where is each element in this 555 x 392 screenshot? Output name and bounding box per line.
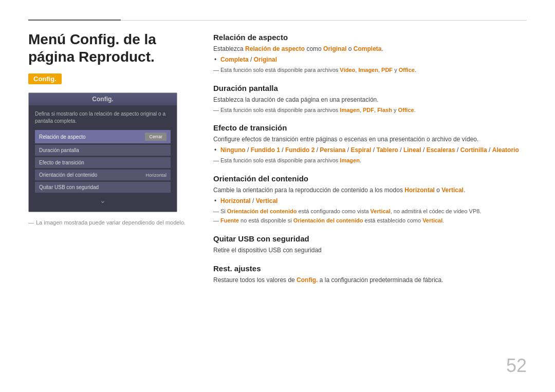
section-title-efecto: Efecto de transición (213, 123, 527, 132)
screenshot-menu-item-3: Efecto de transición (35, 157, 171, 168)
section-text-quitar-1: Retire el dispositivo USB con seguridad (213, 246, 527, 255)
footnote-text: La imagen mostrada puede variar dependie… (36, 219, 186, 226)
screenshot-item-extra-4: Horizontal (145, 173, 166, 178)
section-text-duracion-1: Establezca la duración de cada página en… (213, 95, 527, 104)
screenshot-titlebar: Config. (29, 93, 177, 105)
section-title-rest: Rest. ajustes (213, 264, 527, 273)
note-orientacion-1: Si Orientación del contenido está config… (213, 207, 527, 216)
section-title-orientacion: Orientación del contenido (213, 174, 527, 183)
note-relacion-1: Esta función solo está disponible para a… (213, 66, 527, 74)
screenshot-menu-item-1: Relación de aspecto Cerrar (35, 130, 171, 143)
screenshot-chevron: ⌄ (35, 194, 171, 207)
section-title-duracion: Duración pantalla (213, 84, 527, 92)
section-quitar: Quitar USB con seguridad Retire el dispo… (213, 234, 527, 255)
section-title-quitar: Quitar USB con seguridad (213, 234, 527, 243)
section-text-efecto-1: Configure efectos de transición entre pá… (213, 135, 527, 144)
screenshot-item-label-3: Efecto de transición (39, 160, 84, 165)
config-badge: Config. (28, 73, 62, 84)
screenshot-btn: Cerrar (145, 133, 166, 141)
footnote-dash: ― (28, 219, 34, 226)
section-orientacion: Orientación del contenido Cambie la orie… (213, 174, 527, 225)
section-relacion: Relación de aspecto Establezca Relación … (213, 33, 527, 74)
top-decorative-line (28, 20, 527, 21)
section-text-relacion-1: Establezca Relación de aspecto como Orig… (213, 44, 527, 53)
section-efecto: Efecto de transición Configure efectos d… (213, 123, 527, 165)
note-efecto-1: Esta función solo está disponible para a… (213, 156, 527, 165)
footnote: ― La imagen mostrada puede variar depend… (28, 219, 193, 226)
screenshot-item-label-5: Quitar USB con seguridad (39, 184, 99, 190)
screenshot-box: Config. Defina si mostrarlo con la relac… (28, 92, 177, 212)
page-content: Menú Config. de la página Reproduct. Con… (28, 31, 527, 371)
right-column: Relación de aspecto Establezca Relación … (213, 31, 527, 371)
page-number: 52 (506, 355, 527, 377)
screenshot-desc: Defina si mostrarlo con la relación de a… (35, 110, 171, 125)
section-title-relacion: Relación de aspecto (213, 33, 527, 42)
screenshot-item-label-1: Relación de aspecto (39, 134, 86, 140)
top-line-dark (28, 20, 121, 21)
screenshot-item-label-2: Duración pantalla (39, 147, 79, 153)
screenshot-menu-item-2: Duración pantalla (35, 145, 171, 156)
bullet-orientacion-1: Horizontal / Vertical (213, 196, 527, 206)
screenshot-menu-item-4: Orientación del contenido Horizontal (35, 170, 171, 180)
page-title: Menú Config. de la página Reproduct. (28, 31, 193, 65)
note-orientacion-2: Fuente no está disponible si Orientación… (213, 216, 527, 225)
screenshot-menu-item-5: Quitar USB con seguridad (35, 182, 171, 193)
bullet-relacion-1: Completa / Original (213, 55, 527, 64)
section-duracion: Duración pantalla Establezca la duración… (213, 84, 527, 115)
bullet-efecto-1: Ninguno / Fundido 1 / Fundido 2 / Persia… (213, 145, 527, 155)
section-rest: Rest. ajustes Restaure todos los valores… (213, 264, 527, 285)
screenshot-item-label-4: Orientación del contenido (39, 172, 97, 178)
left-column: Menú Config. de la página Reproduct. Con… (28, 31, 193, 371)
section-text-orientacion-1: Cambie la orientación para la reproducci… (213, 185, 527, 195)
section-text-rest-1: Restaure todos los valores de Config. a … (213, 275, 527, 285)
top-line-light (121, 20, 527, 21)
screenshot-body: Defina si mostrarlo con la relación de a… (29, 105, 177, 212)
note-duracion-1: Esta función solo está disponible para a… (213, 106, 527, 115)
